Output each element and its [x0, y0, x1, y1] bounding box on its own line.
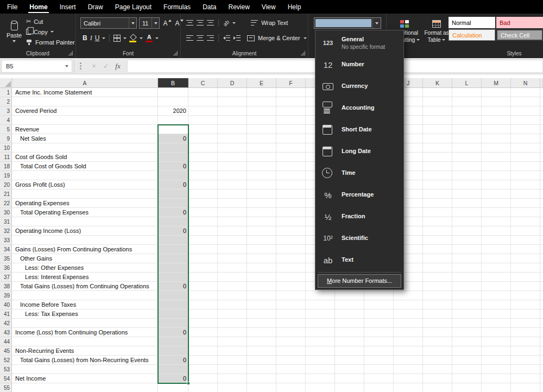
cell-B34[interactable]: [158, 245, 188, 254]
cell-B22[interactable]: [158, 199, 188, 208]
cell-A5[interactable]: Revenue: [12, 125, 158, 134]
row-header-40[interactable]: 40: [0, 300, 12, 309]
cell-B37[interactable]: [158, 273, 188, 282]
cell-A22[interactable]: Operating Expenses: [12, 199, 158, 208]
cell-L40[interactable]: [452, 300, 482, 309]
font-dialog-launcher-icon[interactable]: [173, 51, 178, 55]
cell-E10[interactable]: [247, 143, 276, 153]
row-header-41[interactable]: 41: [0, 309, 12, 319]
cell-E2[interactable]: [247, 97, 276, 106]
cell-L37[interactable]: [452, 273, 482, 282]
cell-E45[interactable]: [247, 346, 276, 356]
cell-J45[interactable]: [394, 346, 423, 356]
cell-A36[interactable]: Less: Other Expenses: [12, 263, 158, 273]
cell-N9[interactable]: [511, 134, 540, 143]
cell-F35[interactable]: [276, 254, 306, 263]
cell-B30[interactable]: 0: [158, 208, 188, 217]
cell-M52[interactable]: [482, 356, 511, 365]
cell-E32[interactable]: [247, 226, 276, 236]
cell-H39[interactable]: [335, 291, 364, 300]
cell-A52[interactable]: Total Gains (Losses) from Non-Recurring …: [12, 356, 158, 365]
cell-C1[interactable]: [188, 88, 218, 97]
row-header-18[interactable]: 18: [0, 162, 12, 171]
cell-I53[interactable]: [364, 365, 394, 374]
cell-A55[interactable]: [12, 383, 158, 392]
cell-F42[interactable]: [276, 319, 306, 328]
merge-center-button[interactable]: Merge & Center: [258, 35, 300, 41]
borders-dropdown-arrow-icon[interactable]: [123, 37, 127, 39]
cell-N1[interactable]: [511, 88, 540, 97]
cell-D43[interactable]: [218, 328, 247, 337]
cell-L34[interactable]: [452, 245, 482, 254]
row-header-33[interactable]: 33: [0, 236, 12, 245]
cell-H41[interactable]: [335, 309, 364, 319]
cell-D1[interactable]: [218, 88, 247, 97]
cell-E30[interactable]: [247, 208, 276, 217]
cell-K18[interactable]: [423, 162, 452, 171]
cell-E1[interactable]: [247, 88, 276, 97]
cell-C19[interactable]: [188, 171, 218, 180]
cell-A4[interactable]: [12, 116, 158, 125]
cell-A30[interactable]: Total Operating Expenses: [12, 208, 158, 217]
row-header-22[interactable]: 22: [0, 199, 12, 208]
cancel-button[interactable]: ×: [88, 62, 100, 70]
column-header-a[interactable]: A: [12, 78, 158, 88]
cell-D18[interactable]: [218, 162, 247, 171]
cell-D33[interactable]: [218, 236, 247, 245]
menu-tab-review[interactable]: Review: [222, 0, 255, 14]
cell-E5[interactable]: [247, 125, 276, 134]
cell-N21[interactable]: [511, 189, 540, 199]
cell-L11[interactable]: [452, 153, 482, 162]
cell-M38[interactable]: [482, 282, 511, 291]
cell-A3[interactable]: Covered Period: [12, 106, 158, 116]
row-header-30[interactable]: 30: [0, 208, 12, 217]
cell-F18[interactable]: [276, 162, 306, 171]
cell-B18[interactable]: 0: [158, 162, 188, 171]
menu-item-text[interactable]: abText: [315, 249, 403, 271]
cell-N43[interactable]: [511, 328, 540, 337]
cell-N11[interactable]: [511, 153, 540, 162]
cell-L20[interactable]: [452, 180, 482, 189]
cell-N33[interactable]: [511, 236, 540, 245]
cell-B11[interactable]: [158, 153, 188, 162]
cell-D22[interactable]: [218, 199, 247, 208]
cell-B36[interactable]: [158, 263, 188, 273]
font-size-combobox[interactable]: 11: [139, 17, 160, 29]
cell-M33[interactable]: [482, 236, 511, 245]
cell-D2[interactable]: [218, 97, 247, 106]
cell-D34[interactable]: [218, 245, 247, 254]
cell-M10[interactable]: [482, 143, 511, 153]
row-header-5[interactable]: 5: [0, 125, 12, 134]
cell-F21[interactable]: [276, 189, 306, 199]
cell-E53[interactable]: [247, 365, 276, 374]
cell-D10[interactable]: [218, 143, 247, 153]
cell-B19[interactable]: [158, 171, 188, 180]
cell-K35[interactable]: [423, 254, 452, 263]
cell-G52[interactable]: [306, 356, 335, 365]
cell-D30[interactable]: [218, 208, 247, 217]
number-format-combobox[interactable]: [314, 17, 381, 29]
font-color-dropdown-arrow-icon[interactable]: [155, 37, 159, 39]
cell-B5[interactable]: [158, 125, 188, 134]
cell-N10[interactable]: [511, 143, 540, 153]
cell-K33[interactable]: [423, 236, 452, 245]
cell-D40[interactable]: [218, 300, 247, 309]
cell-G45[interactable]: [306, 346, 335, 356]
cell-K44[interactable]: [423, 337, 452, 346]
cell-C53[interactable]: [188, 365, 218, 374]
cell-H44[interactable]: [335, 337, 364, 346]
row-header-1[interactable]: 1: [0, 88, 12, 97]
cell-L5[interactable]: [452, 125, 482, 134]
cell-M3[interactable]: [482, 106, 511, 116]
cell-M22[interactable]: [482, 199, 511, 208]
cell-J52[interactable]: [394, 356, 423, 365]
cell-L30[interactable]: [452, 208, 482, 217]
wrap-text-button[interactable]: Wrap Text: [261, 20, 288, 26]
menu-tab-formulas[interactable]: Formulas: [157, 0, 197, 14]
cell-C20[interactable]: [188, 180, 218, 189]
cell-G55[interactable]: [306, 383, 335, 392]
formula-bar-grip-icon[interactable]: [80, 65, 81, 67]
cell-N34[interactable]: [511, 245, 540, 254]
cell-H42[interactable]: [335, 319, 364, 328]
menu-item-time[interactable]: Time: [315, 162, 403, 184]
